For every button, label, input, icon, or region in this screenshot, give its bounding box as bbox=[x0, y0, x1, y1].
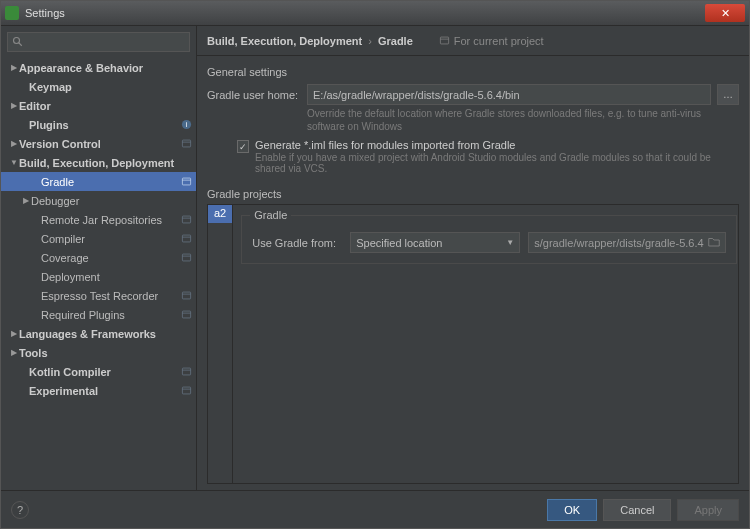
combo-value: Specified location bbox=[356, 237, 442, 249]
tree-item-experimental[interactable]: Experimental bbox=[1, 381, 196, 400]
svg-rect-22 bbox=[440, 37, 448, 44]
tree-item-tools[interactable]: ▶Tools bbox=[1, 343, 196, 362]
tree-item-remote-jar-repositories[interactable]: Remote Jar Repositories bbox=[1, 210, 196, 229]
gradle-projects-label: Gradle projects bbox=[207, 188, 739, 200]
gradle-frame: Gradle Use Gradle from: Specified locati… bbox=[241, 215, 736, 264]
svg-point-0 bbox=[14, 38, 20, 44]
tree-item-plugins[interactable]: Pluginsi bbox=[1, 115, 196, 134]
use-gradle-from-combo[interactable]: Specified location ▼ bbox=[350, 232, 520, 253]
svg-rect-18 bbox=[182, 368, 190, 375]
tree-item-label: Tools bbox=[19, 347, 192, 359]
tree-item-label: Experimental bbox=[29, 385, 178, 397]
gradle-home-label: Gradle user home: bbox=[207, 89, 301, 101]
tree-item-keymap[interactable]: Keymap bbox=[1, 77, 196, 96]
breadcrumb-root: Build, Execution, Deployment bbox=[207, 35, 362, 47]
project-scope-icon bbox=[180, 290, 192, 302]
breadcrumb-leaf: Gradle bbox=[378, 35, 413, 47]
generate-iml-label: Generate *.iml files for modules importe… bbox=[255, 139, 739, 151]
settings-sidebar: ▶Appearance & BehaviorKeymap▶EditorPlugi… bbox=[1, 26, 197, 490]
chevron-right-icon: ▶ bbox=[9, 348, 19, 357]
svg-rect-6 bbox=[182, 178, 190, 185]
tree-item-compiler[interactable]: Compiler bbox=[1, 229, 196, 248]
tree-item-editor[interactable]: ▶Editor bbox=[1, 96, 196, 115]
tree-item-gradle[interactable]: Gradle bbox=[1, 172, 196, 191]
ok-button[interactable]: OK bbox=[547, 499, 597, 521]
tree-item-label: Version Control bbox=[19, 138, 178, 150]
tree-item-label: Plugins bbox=[29, 119, 178, 131]
tree-item-deployment[interactable]: Deployment bbox=[1, 267, 196, 286]
tree-item-debugger[interactable]: ▶Debugger bbox=[1, 191, 196, 210]
cancel-button[interactable]: Cancel bbox=[603, 499, 671, 521]
tree-item-build-execution-deployment[interactable]: ▼Build, Execution, Deployment bbox=[1, 153, 196, 172]
svg-rect-8 bbox=[182, 216, 190, 223]
tree-item-label: Compiler bbox=[41, 233, 178, 245]
settings-tree: ▶Appearance & BehaviorKeymap▶EditorPlugi… bbox=[1, 58, 196, 490]
tree-item-label: Keymap bbox=[29, 81, 192, 93]
chevron-right-icon: › bbox=[368, 35, 372, 47]
tree-item-label: Build, Execution, Deployment bbox=[19, 157, 192, 169]
generate-iml-hint: Enable if you have a mixed project with … bbox=[255, 152, 739, 174]
tree-item-label: Gradle bbox=[41, 176, 178, 188]
svg-rect-20 bbox=[182, 387, 190, 394]
gradle-location-field[interactable]: s/gradle/wrapper/dists/gradle-5.6.4 bbox=[528, 232, 725, 253]
window-title: Settings bbox=[25, 7, 705, 19]
tree-item-languages-frameworks[interactable]: ▶Languages & Frameworks bbox=[1, 324, 196, 343]
project-item[interactable]: a2 bbox=[208, 205, 232, 223]
tree-item-label: Languages & Frameworks bbox=[19, 328, 192, 340]
tree-item-label: Debugger bbox=[31, 195, 192, 207]
tree-item-label: Appearance & Behavior bbox=[19, 62, 192, 74]
general-settings-label: General settings bbox=[207, 66, 739, 78]
tree-item-version-control[interactable]: ▶Version Control bbox=[1, 134, 196, 153]
project-scope-icon bbox=[180, 176, 192, 188]
help-button[interactable]: ? bbox=[11, 501, 29, 519]
svg-rect-16 bbox=[182, 311, 190, 318]
scope-hint: For current project bbox=[439, 35, 544, 47]
project-scope-icon bbox=[439, 35, 450, 46]
svg-rect-4 bbox=[182, 140, 190, 147]
folder-icon bbox=[708, 236, 720, 249]
close-button[interactable]: ✕ bbox=[705, 4, 745, 22]
project-scope-icon bbox=[180, 385, 192, 397]
project-list: a2 bbox=[208, 205, 233, 483]
project-scope-icon bbox=[180, 214, 192, 226]
tree-item-kotlin-compiler[interactable]: Kotlin Compiler bbox=[1, 362, 196, 381]
gradle-home-input[interactable] bbox=[307, 84, 711, 105]
project-scope-icon bbox=[180, 366, 192, 378]
chevron-down-icon: ▼ bbox=[9, 158, 19, 167]
info-badge-icon: i bbox=[180, 119, 192, 131]
breadcrumb: Build, Execution, Deployment › Gradle Fo… bbox=[197, 26, 749, 56]
svg-line-1 bbox=[19, 43, 22, 46]
titlebar: Settings ✕ bbox=[1, 1, 749, 26]
chevron-right-icon: ▶ bbox=[21, 196, 31, 205]
tree-item-required-plugins[interactable]: Required Plugins bbox=[1, 305, 196, 324]
tree-item-label: Required Plugins bbox=[41, 309, 178, 321]
gradle-frame-title: Gradle bbox=[250, 209, 291, 221]
dialog-footer: ? OK Cancel Apply bbox=[1, 490, 749, 528]
browse-button[interactable]: … bbox=[717, 84, 739, 105]
project-scope-icon bbox=[180, 252, 192, 264]
gradle-home-hint: Override the default location where Grad… bbox=[307, 107, 739, 133]
tree-item-espresso-test-recorder[interactable]: Espresso Test Recorder bbox=[1, 286, 196, 305]
chevron-right-icon: ▶ bbox=[9, 329, 19, 338]
tree-item-label: Remote Jar Repositories bbox=[41, 214, 178, 226]
svg-rect-14 bbox=[182, 292, 190, 299]
generate-iml-checkbox[interactable]: ✓ bbox=[237, 140, 249, 153]
project-scope-icon bbox=[180, 309, 192, 321]
chevron-down-icon: ▼ bbox=[506, 238, 514, 247]
svg-rect-10 bbox=[182, 235, 190, 242]
tree-item-coverage[interactable]: Coverage bbox=[1, 248, 196, 267]
project-scope-icon bbox=[180, 138, 192, 150]
chevron-right-icon: ▶ bbox=[9, 101, 19, 110]
chevron-right-icon: ▶ bbox=[9, 139, 19, 148]
chevron-right-icon: ▶ bbox=[9, 63, 19, 72]
search-icon bbox=[12, 36, 24, 48]
tree-item-label: Kotlin Compiler bbox=[29, 366, 178, 378]
search-input[interactable] bbox=[7, 32, 190, 52]
svg-rect-12 bbox=[182, 254, 190, 261]
apply-button[interactable]: Apply bbox=[677, 499, 739, 521]
use-gradle-from-label: Use Gradle from: bbox=[252, 237, 342, 249]
search-field[interactable] bbox=[28, 36, 185, 48]
project-scope-icon bbox=[180, 233, 192, 245]
tree-item-appearance-behavior[interactable]: ▶Appearance & Behavior bbox=[1, 58, 196, 77]
tree-item-label: Espresso Test Recorder bbox=[41, 290, 178, 302]
